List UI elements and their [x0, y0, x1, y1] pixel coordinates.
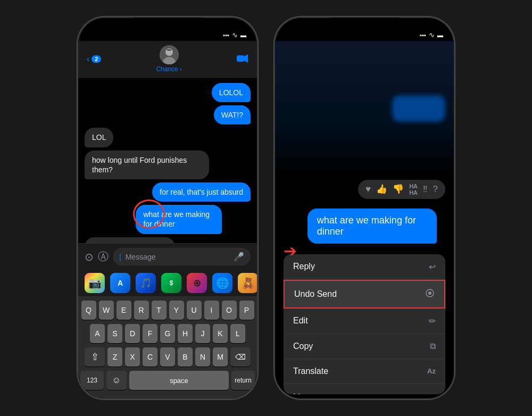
- menu-item-translate[interactable]: Translate Az: [284, 359, 445, 384]
- appstore-app-icon[interactable]: A: [110, 273, 130, 293]
- key-q[interactable]: Q: [81, 301, 96, 320]
- nav-center-1: Chance ›: [156, 45, 182, 73]
- video-button-1[interactable]: [237, 53, 248, 65]
- reaction-heart[interactable]: ♥: [365, 184, 371, 195]
- bubble-lolol[interactable]: LOLOL: [212, 83, 251, 102]
- reaction-thumbsup[interactable]: 👍: [376, 184, 387, 195]
- bubble-absurd[interactable]: for real, that's just absurd: [152, 182, 251, 202]
- bubble-lol[interactable]: LOL: [85, 128, 113, 147]
- key-z[interactable]: Z: [107, 347, 122, 367]
- nav-badge[interactable]: 2: [92, 55, 101, 63]
- bubble-wat[interactable]: WAT!?: [214, 105, 251, 124]
- avatar-1[interactable]: [160, 45, 179, 64]
- menu-item-reply[interactable]: Reply ↩: [284, 254, 445, 280]
- key-f[interactable]: F: [143, 324, 157, 343]
- key-i[interactable]: I: [204, 301, 219, 320]
- key-s[interactable]: S: [107, 324, 122, 343]
- phone-1: ▪▪▪ ∿ ▬ ‹ 2: [77, 16, 258, 400]
- context-menu: Reply ↩ Undo Send Edit ✏: [284, 254, 445, 394]
- menu-item-copy[interactable]: Copy ⧉: [284, 334, 445, 359]
- photos-app-icon[interactable]: 📷: [85, 273, 105, 293]
- key-o[interactable]: O: [222, 301, 237, 320]
- key-shift[interactable]: ⇧: [85, 347, 105, 367]
- keyboard: Q W E R T Y U I O P A S D F G H: [78, 296, 257, 398]
- messages-area-1: LOLOL WAT!? LOL how long until Ford puni…: [78, 78, 257, 243]
- key-g[interactable]: G: [160, 324, 175, 343]
- key-emoji[interactable]: ☺: [106, 371, 127, 390]
- keyboard-row-2: A S D F G H J K L: [80, 324, 255, 343]
- svg-marker-5: [244, 54, 248, 63]
- key-k[interactable]: K: [213, 324, 228, 343]
- phone-2: ▪▪▪ ∿ ▬ ♥ 👍 👎 HAHA ‼ ?: [274, 16, 455, 400]
- camera-icon[interactable]: ⊙: [85, 251, 94, 263]
- key-m[interactable]: M: [213, 347, 228, 367]
- status-icons-2: ▪▪▪ ∿ ▬: [420, 31, 443, 39]
- reaction-question[interactable]: ?: [433, 184, 438, 195]
- svg-rect-3: [167, 49, 171, 51]
- reaction-haha[interactable]: HAHA: [409, 183, 418, 196]
- reply-icon: ↩: [429, 262, 436, 272]
- key-y[interactable]: Y: [169, 301, 184, 320]
- appstore-icon[interactable]: Ⓐ: [98, 249, 109, 264]
- more-icon: ⊕: [428, 392, 436, 394]
- key-d[interactable]: D: [125, 324, 140, 343]
- shazam-app-icon[interactable]: 🎵: [136, 273, 156, 293]
- cursor-icon: |: [119, 253, 121, 261]
- key-c[interactable]: C: [143, 347, 157, 367]
- globe-icon[interactable]: 🌐: [212, 273, 232, 293]
- message-input[interactable]: | Message 🎤: [113, 248, 251, 265]
- key-u[interactable]: U: [187, 301, 202, 320]
- key-t[interactable]: T: [152, 301, 167, 320]
- key-a[interactable]: A: [90, 324, 105, 343]
- mic-icon[interactable]: 🎤: [234, 252, 244, 262]
- key-return[interactable]: return: [231, 371, 255, 390]
- battery-icon-2: ▬: [437, 32, 443, 38]
- undo-send-label: Undo Send: [294, 289, 337, 299]
- ctx-message-container: what are we making for dinner: [275, 202, 454, 250]
- notch-2: [330, 18, 399, 32]
- cashapp-icon[interactable]: $: [161, 273, 181, 293]
- key-p[interactable]: P: [239, 301, 254, 320]
- key-space[interactable]: space: [129, 371, 229, 390]
- copy-icon: ⧉: [430, 342, 436, 351]
- ctx-message-bubble[interactable]: what are we making for dinner: [307, 209, 437, 244]
- translate-icon: Az: [427, 367, 436, 375]
- key-v[interactable]: V: [160, 347, 175, 367]
- reply-label: Reply: [293, 262, 315, 271]
- circle-app-icon[interactable]: ⊕: [187, 273, 207, 293]
- menu-item-more[interactable]: More... ⊕: [284, 384, 445, 394]
- back-button-1[interactable]: ‹ 2: [87, 54, 101, 64]
- key-w[interactable]: W: [99, 301, 114, 320]
- phone1-content: ‹ 2 Chance ›: [78, 41, 257, 398]
- key-h[interactable]: H: [178, 324, 193, 343]
- undo-send-arrow-container: ➔: [284, 242, 297, 260]
- key-x[interactable]: X: [125, 347, 140, 367]
- key-delete[interactable]: ⌫: [230, 347, 251, 367]
- edit-icon: ✏: [429, 316, 436, 326]
- phone2-content: ♥ 👍 👎 HAHA ‼ ? what are we making for di…: [275, 41, 454, 398]
- reaction-exclaim[interactable]: ‼: [423, 184, 428, 195]
- bubble-dinner[interactable]: what are we making for dinner: [136, 205, 222, 234]
- translate-label: Translate: [293, 367, 328, 376]
- reaction-thumbsdown[interactable]: 👎: [393, 184, 404, 195]
- blurred-bubble: [392, 95, 445, 122]
- more-label: More...: [293, 393, 320, 394]
- svg-point-7: [428, 292, 431, 295]
- key-l[interactable]: L: [230, 324, 245, 343]
- menu-item-undo-send[interactable]: Undo Send: [284, 280, 445, 309]
- chevron-left-icon: ‹: [87, 54, 89, 64]
- key-numbers[interactable]: 123: [80, 371, 104, 390]
- menu-item-edit[interactable]: Edit ✏: [284, 309, 445, 334]
- bubble-oops[interactable]: oops, haha, wrong text: [85, 237, 175, 244]
- copy-label: Copy: [293, 342, 313, 351]
- key-n[interactable]: N: [195, 347, 210, 367]
- key-b[interactable]: B: [178, 347, 193, 367]
- memoji-icon[interactable]: 🧸: [238, 273, 257, 293]
- key-j[interactable]: J: [195, 324, 210, 343]
- contact-name-1[interactable]: Chance ›: [156, 65, 182, 73]
- bubble-ford[interactable]: how long until Ford punishes them?: [85, 151, 209, 179]
- undo-send-arrow-icon: ➔: [284, 242, 297, 260]
- key-r[interactable]: R: [134, 301, 149, 320]
- key-e[interactable]: E: [117, 301, 131, 320]
- reaction-pill[interactable]: ♥ 👍 👎 HAHA ‼ ?: [358, 180, 445, 199]
